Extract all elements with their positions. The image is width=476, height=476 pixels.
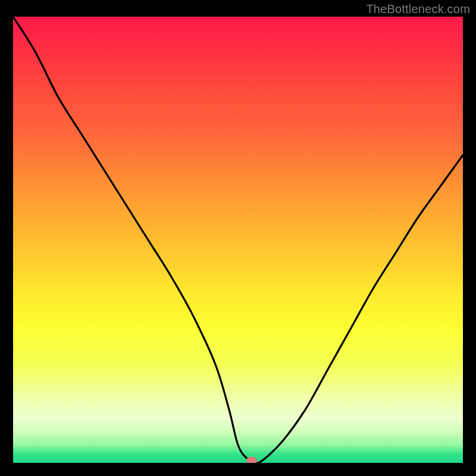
chart-stage: TheBottleneck.com	[0, 0, 476, 476]
bottleneck-curve	[13, 17, 463, 463]
plot-area	[13, 17, 463, 463]
optimal-point-marker	[246, 457, 257, 463]
watermark-text: TheBottleneck.com	[366, 2, 470, 16]
